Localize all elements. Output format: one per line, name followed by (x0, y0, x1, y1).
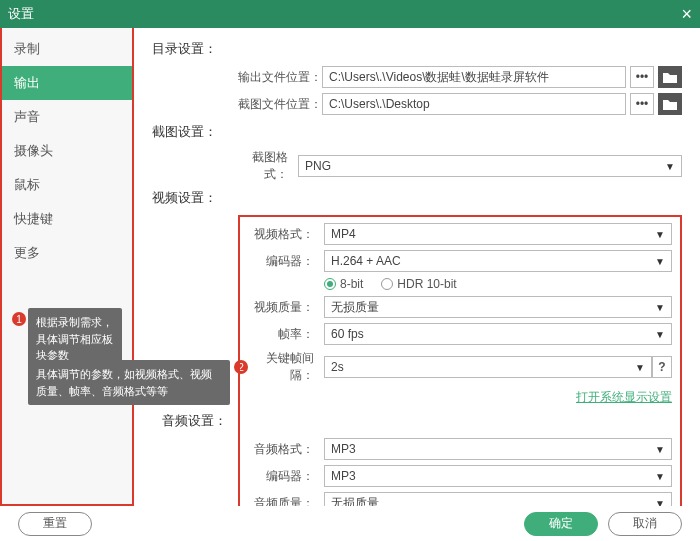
video-encoder-select[interactable]: H.264 + AAC▼ (324, 250, 672, 272)
audio-encoder-select[interactable]: MP3▼ (324, 465, 672, 487)
reset-button[interactable]: 重置 (18, 512, 92, 536)
more-icon[interactable]: ••• (630, 66, 654, 88)
audio-encoder-label: 编码器： (248, 468, 324, 485)
chevron-down-icon: ▼ (655, 256, 665, 267)
keyframe-label: 关键帧间隔： (248, 350, 324, 384)
section-shot: 截图设置： (152, 123, 682, 141)
section-video: 视频设置： (152, 189, 682, 207)
screenshot-path-label: 截图文件位置： (238, 96, 322, 113)
video-fps-label: 帧率： (248, 326, 324, 343)
chevron-down-icon: ▼ (655, 302, 665, 313)
footer: 重置 确定 取消 (0, 506, 700, 541)
video-format-select[interactable]: MP4▼ (324, 223, 672, 245)
display-settings-link[interactable]: 打开系统显示设置 (248, 389, 672, 406)
section-dir: 目录设置： (152, 40, 682, 58)
video-format-label: 视频格式： (248, 226, 324, 243)
section-audio: 音频设置： (162, 412, 672, 430)
sidebar-item-more[interactable]: 更多 (2, 236, 132, 270)
ok-button[interactable]: 确定 (524, 512, 598, 536)
chevron-down-icon: ▼ (655, 471, 665, 482)
sidebar-item-record[interactable]: 录制 (2, 32, 132, 66)
video-quality-select[interactable]: 无损质量▼ (324, 296, 672, 318)
chevron-down-icon: ▼ (665, 161, 675, 172)
video-fps-select[interactable]: 60 fps▼ (324, 323, 672, 345)
radio-8bit[interactable]: 8-bit (324, 277, 363, 291)
keyframe-select[interactable]: 2s▼ (324, 356, 652, 378)
main-panel: 目录设置： 输出文件位置： C:\Users\.\Videos\数据蛙\数据蛙录… (134, 28, 700, 506)
sidebar-item-audio[interactable]: 声音 (2, 100, 132, 134)
shot-format-select[interactable]: PNG▼ (298, 155, 682, 177)
folder-icon[interactable] (658, 66, 682, 88)
chevron-down-icon: ▼ (655, 498, 665, 507)
cancel-button[interactable]: 取消 (608, 512, 682, 536)
chevron-down-icon: ▼ (655, 229, 665, 240)
folder-icon[interactable] (658, 93, 682, 115)
output-path-label: 输出文件位置： (238, 69, 322, 86)
sidebar-item-mouse[interactable]: 鼠标 (2, 168, 132, 202)
more-icon[interactable]: ••• (630, 93, 654, 115)
audio-quality-select[interactable]: 无损质量▼ (324, 492, 672, 506)
sidebar: 录制 输出 声音 摄像头 鼠标 快捷键 更多 1 根据录制需求，具体调节相应板块… (0, 28, 134, 506)
audio-format-label: 音频格式： (248, 441, 324, 458)
callout-badge-1: 1 (12, 312, 26, 326)
chevron-down-icon: ▼ (655, 329, 665, 340)
chevron-down-icon: ▼ (635, 362, 645, 373)
help-icon[interactable]: ? (652, 356, 672, 378)
audio-format-select[interactable]: MP3▼ (324, 438, 672, 460)
radio-hdr10[interactable]: HDR 10-bit (381, 277, 456, 291)
chevron-down-icon: ▼ (655, 444, 665, 455)
titlebar: 设置 × (0, 0, 700, 28)
screenshot-path-input[interactable]: C:\Users\.\Desktop (322, 93, 626, 115)
sidebar-item-output[interactable]: 输出 (2, 66, 132, 100)
close-icon[interactable]: × (681, 4, 692, 25)
video-settings-highlight: 视频格式： MP4▼ 编码器： H.264 + AAC▼ 8-bit HDR 1… (238, 215, 682, 506)
output-path-input[interactable]: C:\Users\.\Videos\数据蛙\数据蛙录屏软件 (322, 66, 626, 88)
video-quality-label: 视频质量： (248, 299, 324, 316)
audio-quality-label: 音频质量： (248, 495, 324, 507)
window-title: 设置 (8, 5, 34, 23)
sidebar-item-hotkey[interactable]: 快捷键 (2, 202, 132, 236)
sidebar-item-camera[interactable]: 摄像头 (2, 134, 132, 168)
shot-format-label: 截图格式： (238, 149, 298, 183)
video-encoder-label: 编码器： (248, 253, 324, 270)
